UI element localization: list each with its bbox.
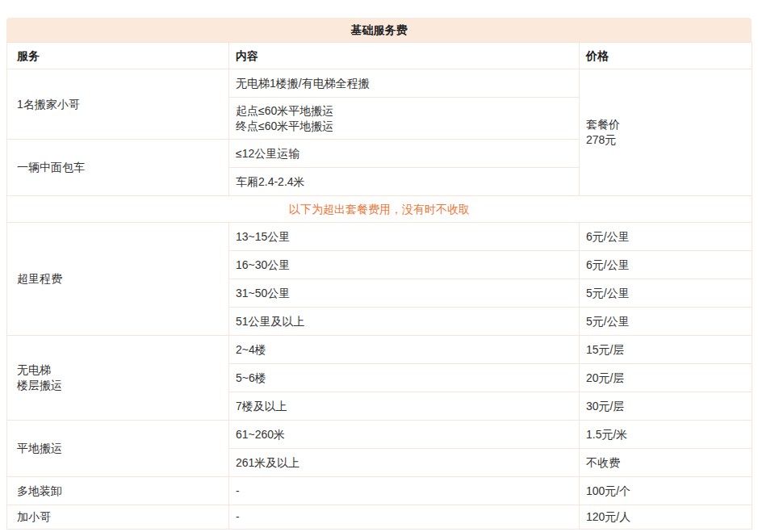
service-cell: 无电梯 楼层搬运 [7,336,229,421]
content-cell: 7楼及以上 [229,392,580,421]
content-cell: 51公里及以上 [229,308,580,336]
content-cell: 61~260米 [229,421,580,449]
service-cell: 一辆中面包车 [7,140,229,196]
content-cell: - [229,477,580,505]
price-cell: 1.5元/米 [580,421,752,449]
content-cell: 261米及以上 [229,449,580,477]
basic-service-fee-table: 基础服务费 服务 内容 价格 1名搬家小哥 无电梯1楼搬/有电梯全程搬 套餐价 … [6,18,752,530]
price-line: 278元 [586,132,745,148]
service-cell: 多地装卸 [7,477,229,505]
table-row: 平地搬运 61~260米 1.5元/米 [7,421,752,449]
content-cell: ≤12公里运输 [229,140,580,168]
price-cell: 5元/公里 [580,308,752,336]
price-cell: 5元/公里 [580,279,752,308]
service-line: 楼层搬运 [17,378,222,393]
content-cell: 起点≤60米平地搬运 终点≤60米平地搬运 [229,98,580,140]
table-row: 1名搬家小哥 无电梯1楼搬/有电梯全程搬 套餐价 278元 [7,69,752,98]
table-row: 超里程费 13~15公里 6元/公里 [7,223,752,251]
content-cell: 无电梯1楼搬/有电梯全程搬 [229,69,580,98]
service-cell: 1名搬家小哥 [7,69,229,140]
content-cell: 31~50公里 [229,279,580,308]
service-cell: 平地搬运 [7,421,229,477]
price-cell: 15元/层 [580,336,752,364]
price-line: 套餐价 [586,117,745,132]
price-cell: 100元/个 [580,477,752,505]
notice-text: 以下为超出套餐费用，没有时不收取 [7,196,752,223]
content-cell: - [229,505,580,530]
price-cell: 不收费 [580,449,752,477]
price-cell: 120元/人 [580,505,752,530]
service-cell: 超里程费 [7,223,229,336]
price-cell: 6元/公里 [580,251,752,279]
price-cell: 6元/公里 [580,223,752,251]
column-header-content: 内容 [229,43,580,69]
content-line: 起点≤60米平地搬运 [236,103,572,119]
table-row: 无电梯 楼层搬运 2~4楼 15元/层 [7,336,752,364]
price-cell: 20元/层 [580,364,752,392]
content-cell: 5~6楼 [229,364,580,392]
table-row: 多地装卸 - 100元/个 [7,477,752,505]
column-header-price: 价格 [580,43,752,69]
content-cell: 16~30公里 [229,251,580,279]
price-cell: 套餐价 278元 [580,69,752,196]
table-row: 加小哥 - 120元/人 [7,505,752,530]
content-cell: 13~15公里 [229,223,580,251]
price-cell: 30元/层 [580,392,752,421]
pricing-table: 服务 内容 价格 1名搬家小哥 无电梯1楼搬/有电梯全程搬 套餐价 278元 起… [6,42,752,530]
table-header-row: 服务 内容 价格 [7,43,752,69]
service-line: 无电梯 [17,362,222,378]
table-title: 基础服务费 [6,18,752,42]
content-line: 终点≤60米平地搬运 [236,119,572,134]
column-header-service: 服务 [7,43,229,69]
content-cell: 车厢2.4-2.4米 [229,168,580,196]
notice-row: 以下为超出套餐费用，没有时不收取 [7,196,752,223]
content-cell: 2~4楼 [229,336,580,364]
service-cell: 加小哥 [7,505,229,530]
